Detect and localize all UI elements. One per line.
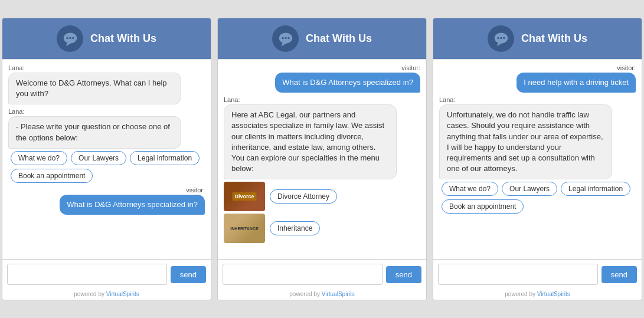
message-row-1: Lana:Unfortunately, we do not handle tra… xyxy=(439,96,636,214)
brand-name: VirtualSpirits xyxy=(322,291,355,297)
message-bubble: What is D&G Attorneys specialized in? xyxy=(275,73,420,93)
chat-bubble-icon xyxy=(277,31,294,47)
message-bubble: - Please write your question or choose o… xyxy=(8,116,181,148)
chat-footer: send xyxy=(218,260,426,289)
chat-bubble-icon xyxy=(493,31,509,47)
svg-point-8 xyxy=(285,37,287,39)
send-button[interactable]: send xyxy=(601,266,637,283)
option-buttons: What we do?Our LawyersLegal informationB… xyxy=(8,151,205,183)
divorce-image xyxy=(224,182,265,211)
brand-name: VirtualSpirits xyxy=(537,291,570,297)
specialty-btn-inheritance[interactable]: Inheritance xyxy=(270,221,320,235)
inheritance-image xyxy=(224,214,265,243)
powered-by: powered by VirtualSpirits xyxy=(433,289,642,300)
send-button[interactable]: send xyxy=(386,266,421,283)
sender-label: visitor: xyxy=(186,186,205,194)
sender-label: visitor: xyxy=(617,64,636,71)
send-button[interactable]: send xyxy=(171,266,206,283)
option-btn-book-an-appointment[interactable]: Book an appointment xyxy=(442,199,524,214)
svg-point-12 xyxy=(497,37,499,39)
brand-name: VirtualSpirits xyxy=(106,291,139,297)
sender-label: visitor: xyxy=(401,64,420,71)
chat-footer: send xyxy=(433,260,642,289)
chat-header-title: Chat With Us xyxy=(521,32,587,45)
chat-body: visitor:What is D&G Attorneys specialize… xyxy=(218,59,426,260)
chat-widget-1: Chat With Us Lana:Welcome to D&G Attorne… xyxy=(2,18,211,300)
chat-widget-3: Chat With Us visitor:I need help with a … xyxy=(433,18,642,300)
svg-point-7 xyxy=(282,37,284,39)
specialty-row: Divorce Attorney xyxy=(224,182,337,211)
option-btn-our-lawyers[interactable]: Our Lawyers xyxy=(502,182,557,196)
powered-by: powered by VirtualSpirits xyxy=(2,289,211,300)
svg-point-9 xyxy=(287,37,290,39)
chat-widgets-container: Chat With Us Lana:Welcome to D&G Attorne… xyxy=(2,18,642,300)
chat-icon xyxy=(488,25,514,52)
message-bubble: I need help with a driving ticket xyxy=(516,73,636,93)
message-row-1: Lana:- Please write your question or cho… xyxy=(8,108,205,182)
svg-marker-11 xyxy=(497,43,502,47)
message-row-0: Lana:Welcome to D&G Attorneys. What can … xyxy=(8,64,205,104)
chat-input[interactable] xyxy=(7,264,167,285)
message-bubble: What is D&G Attorneys specialized in? xyxy=(60,195,205,215)
svg-marker-6 xyxy=(282,43,286,47)
chat-icon xyxy=(57,25,83,52)
chat-header: Chat With Us xyxy=(2,18,211,59)
chat-input[interactable] xyxy=(438,264,598,285)
chat-header: Chat With Us xyxy=(218,18,426,59)
chat-input[interactable] xyxy=(223,264,383,285)
chat-body: Lana:Welcome to D&G Attorneys. What can … xyxy=(2,59,211,260)
option-buttons: What we do?Our LawyersLegal informationB… xyxy=(439,182,636,214)
message-row-1: Lana:Here at ABC Legal, our partners and… xyxy=(224,96,420,243)
option-btn-book-an-appointment[interactable]: Book an appointment xyxy=(11,169,93,183)
svg-point-13 xyxy=(500,37,502,39)
sender-label: Lana: xyxy=(8,108,25,115)
svg-point-4 xyxy=(72,37,74,39)
message-bubble: Unfortunately, we do not handle traffic … xyxy=(439,104,612,179)
powered-by: powered by VirtualSpirits xyxy=(218,289,426,300)
chat-footer: send xyxy=(2,260,211,289)
svg-marker-1 xyxy=(66,43,71,47)
message-bubble: Here at ABC Legal, our partners and asso… xyxy=(224,104,397,179)
sender-label: Lana: xyxy=(439,96,456,103)
chat-header-title: Chat With Us xyxy=(90,32,156,45)
specialty-btn-divorce[interactable]: Divorce Attorney xyxy=(270,189,337,204)
message-row-2: visitor:What is D&G Attorneys specialize… xyxy=(8,186,205,215)
option-btn-what-we-do?[interactable]: What we do? xyxy=(442,182,498,196)
option-btn-our-lawyers[interactable]: Our Lawyers xyxy=(71,151,126,165)
chat-header-title: Chat With Us xyxy=(306,32,372,45)
svg-point-14 xyxy=(503,37,505,39)
option-btn-legal-information[interactable]: Legal information xyxy=(561,182,630,196)
chat-body: visitor:I need help with a driving ticke… xyxy=(433,59,642,260)
sender-label: Lana: xyxy=(224,96,240,103)
chat-header: Chat With Us xyxy=(433,18,642,59)
sender-label: Lana: xyxy=(8,64,25,71)
chat-bubble-icon xyxy=(62,31,79,47)
message-row-0: visitor:I need help with a driving ticke… xyxy=(439,64,636,93)
message-bubble: Welcome to D&G Attorneys. What can I hel… xyxy=(8,73,181,104)
option-btn-legal-information[interactable]: Legal information xyxy=(130,151,200,165)
svg-point-3 xyxy=(69,37,71,39)
chat-icon xyxy=(272,25,299,52)
specialty-row: Inheritance xyxy=(224,214,320,243)
option-btn-what-we-do?[interactable]: What we do? xyxy=(11,151,67,165)
svg-point-2 xyxy=(66,37,68,39)
chat-widget-2: Chat With Us visitor:What is D&G Attorne… xyxy=(217,18,427,300)
message-row-0: visitor:What is D&G Attorneys specialize… xyxy=(224,64,420,93)
